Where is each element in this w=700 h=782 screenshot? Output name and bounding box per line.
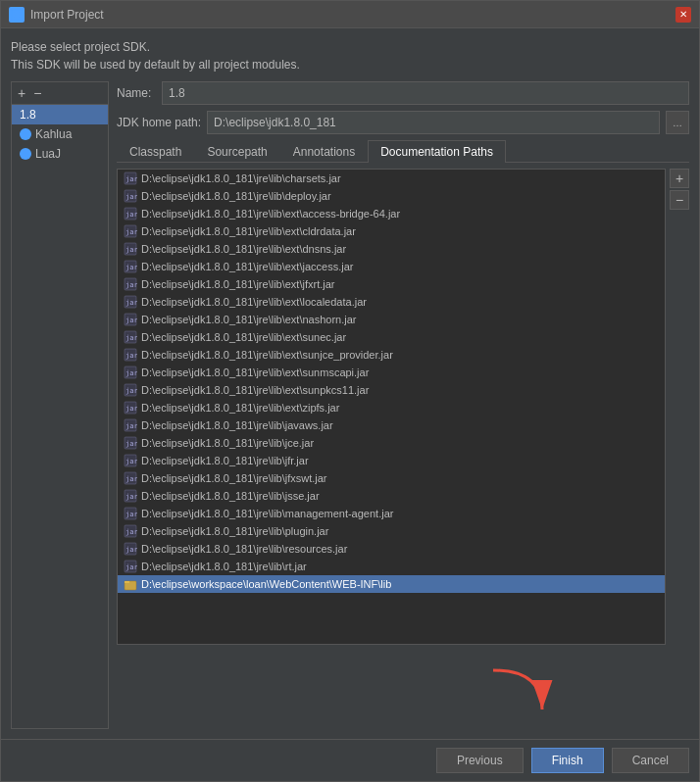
jar-icon: jar: [124, 401, 137, 415]
tree-item-label: 1.8: [20, 108, 36, 122]
list-item[interactable]: jar D:\eclipse\jdk1.8.0_181\jre\lib\ext\…: [118, 275, 665, 293]
list-item-label: D:\eclipse\jdk1.8.0_181\jre\lib\rt.jar: [141, 561, 307, 572]
description-line1: Please select project SDK.: [11, 38, 689, 56]
jar-icon: jar: [124, 542, 137, 556]
jar-icon: jar: [124, 507, 137, 520]
list-item[interactable]: jar D:\eclipse\jdk1.8.0_181\jre\lib\ext\…: [118, 311, 665, 328]
list-item[interactable]: jar D:\eclipse\jdk1.8.0_181\jre\lib\ext\…: [118, 364, 665, 381]
tab-annotations[interactable]: Annotations: [280, 140, 368, 163]
browse-button[interactable]: …: [666, 111, 689, 134]
left-panel: + − 1.8KahluaLuaJ: [11, 81, 109, 729]
list-item-label: D:\eclipse\jdk1.8.0_181\jre\lib\ext\acce…: [141, 208, 400, 220]
list-item-label: D:\eclipse\jdk1.8.0_181\jre\lib\manageme…: [141, 508, 393, 519]
list-item[interactable]: jar D:\eclipse\jdk1.8.0_181\jre\lib\ext\…: [118, 381, 665, 399]
list-item-label: D:\eclipse\workspace\loan\WebContent\WEB…: [141, 578, 391, 590]
list-item[interactable]: jar D:\eclipse\jdk1.8.0_181\jre\lib\depl…: [118, 187, 665, 205]
list-panel: jar D:\eclipse\jdk1.8.0_181\jre\lib\char…: [117, 169, 689, 645]
remove-sdk-button[interactable]: −: [31, 86, 43, 100]
svg-text:jar: jar: [125, 546, 137, 554]
tab-documentation-paths[interactable]: Documentation Paths: [368, 140, 506, 163]
svg-text:jar: jar: [125, 264, 137, 271]
svg-text:jar: jar: [125, 317, 137, 324]
jar-icon: jar: [124, 489, 137, 503]
svg-text:jar: jar: [125, 228, 137, 236]
list-item[interactable]: D:\eclipse\workspace\loan\WebContent\WEB…: [118, 575, 665, 593]
svg-text:jar: jar: [125, 334, 137, 342]
close-button[interactable]: ✕: [675, 7, 691, 23]
list-item-label: D:\eclipse\jdk1.8.0_181\jre\lib\jfr.jar: [141, 455, 309, 466]
svg-rect-1: [14, 12, 20, 18]
list-item[interactable]: jar D:\eclipse\jdk1.8.0_181\jre\lib\jsse…: [118, 487, 665, 505]
main-content: Please select project SDK. This SDK will…: [1, 28, 699, 739]
description-line2: This SDK will be used by default by all …: [11, 56, 689, 73]
list-item[interactable]: jar D:\eclipse\jdk1.8.0_181\jre\lib\ext\…: [118, 399, 665, 416]
main-window: Import Project ✕ Please select project S…: [0, 0, 700, 782]
svg-text:jar: jar: [125, 369, 137, 377]
list-item-label: D:\eclipse\jdk1.8.0_181\jre\lib\ext\loca…: [141, 296, 367, 308]
list-item-label: D:\eclipse\jdk1.8.0_181\jre\lib\deploy.j…: [141, 190, 331, 202]
list-item[interactable]: jar D:\eclipse\jdk1.8.0_181\jre\lib\ext\…: [118, 240, 665, 258]
window-icon: [9, 7, 25, 23]
svg-text:jar: jar: [125, 511, 137, 518]
name-input[interactable]: [162, 81, 689, 105]
jar-icon: jar: [124, 560, 137, 573]
svg-text:jar: jar: [125, 352, 137, 360]
jar-icon: jar: [124, 330, 137, 344]
svg-text:jar: jar: [125, 281, 137, 289]
list-item[interactable]: jar D:\eclipse\jdk1.8.0_181\jre\lib\jfxs…: [118, 469, 665, 487]
window-title: Import Project: [30, 8, 104, 22]
svg-rect-49: [125, 581, 129, 583]
add-path-button[interactable]: +: [670, 169, 689, 188]
jar-icon: jar: [124, 171, 137, 185]
svg-text:jar: jar: [125, 211, 137, 219]
list-item-label: D:\eclipse\jdk1.8.0_181\jre\lib\ext\nash…: [141, 314, 357, 325]
list-item-label: D:\eclipse\jdk1.8.0_181\jre\lib\ext\dnsn…: [141, 243, 346, 255]
svg-text:jar: jar: [125, 193, 137, 201]
right-panel: Name: JDK home path: … ClasspathSourcepa…: [117, 81, 689, 729]
jar-icon: jar: [124, 383, 137, 397]
svg-text:jar: jar: [125, 387, 137, 395]
list-item-label: D:\eclipse\jdk1.8.0_181\jre\lib\ext\sunp…: [141, 384, 369, 396]
list-item[interactable]: jar D:\eclipse\jdk1.8.0_181\jre\lib\rt.j…: [118, 558, 665, 575]
list-item[interactable]: jar D:\eclipse\jdk1.8.0_181\jre\lib\ext\…: [118, 328, 665, 346]
description-block: Please select project SDK. This SDK will…: [11, 38, 689, 73]
list-item-label: D:\eclipse\jdk1.8.0_181\jre\lib\ext\jacc…: [141, 261, 353, 272]
list-item[interactable]: jar D:\eclipse\jdk1.8.0_181\jre\lib\jce.…: [118, 434, 665, 452]
list-item-label: D:\eclipse\jdk1.8.0_181\jre\lib\ext\zipf…: [141, 402, 339, 414]
list-item[interactable]: jar D:\eclipse\jdk1.8.0_181\jre\lib\java…: [118, 416, 665, 434]
list-item[interactable]: jar D:\eclipse\jdk1.8.0_181\jre\lib\char…: [118, 170, 665, 187]
list-item-label: D:\eclipse\jdk1.8.0_181\jre\lib\ext\sunj…: [141, 349, 393, 361]
tree-item-luaj[interactable]: LuaJ: [12, 144, 108, 164]
tab-classpath[interactable]: Classpath: [117, 140, 194, 163]
list-item[interactable]: jar D:\eclipse\jdk1.8.0_181\jre\lib\jfr.…: [118, 452, 665, 469]
tree-item-1.8[interactable]: 1.8: [12, 105, 108, 124]
add-sdk-button[interactable]: +: [16, 86, 27, 100]
svg-text:jar: jar: [125, 422, 137, 430]
svg-text:jar: jar: [125, 475, 137, 483]
classpath-list[interactable]: jar D:\eclipse\jdk1.8.0_181\jre\lib\char…: [117, 169, 666, 645]
list-item[interactable]: jar D:\eclipse\jdk1.8.0_181\jre\lib\mana…: [118, 505, 665, 522]
list-item[interactable]: jar D:\eclipse\jdk1.8.0_181\jre\lib\ext\…: [118, 293, 665, 311]
list-item[interactable]: jar D:\eclipse\jdk1.8.0_181\jre\lib\ext\…: [118, 222, 665, 240]
finish-button[interactable]: Finish: [531, 748, 604, 773]
list-item[interactable]: jar D:\eclipse\jdk1.8.0_181\jre\lib\reso…: [118, 540, 665, 558]
cancel-button[interactable]: Cancel: [612, 748, 689, 773]
list-item[interactable]: jar D:\eclipse\jdk1.8.0_181\jre\lib\ext\…: [118, 205, 665, 222]
jar-icon: jar: [124, 471, 137, 485]
list-item[interactable]: jar D:\eclipse\jdk1.8.0_181\jre\lib\ext\…: [118, 258, 665, 275]
list-item[interactable]: jar D:\eclipse\jdk1.8.0_181\jre\lib\ext\…: [118, 346, 665, 364]
remove-path-button[interactable]: −: [670, 190, 689, 210]
list-item[interactable]: jar D:\eclipse\jdk1.8.0_181\jre\lib\plug…: [118, 522, 665, 540]
arrow-area: [117, 651, 689, 729]
sdk-tree: 1.8KahluaLuaJ: [12, 105, 108, 164]
list-item-label: D:\eclipse\jdk1.8.0_181\jre\lib\ext\sunm…: [141, 367, 369, 378]
jdk-label: JDK home path:: [117, 116, 201, 129]
tab-sourcepath[interactable]: Sourcepath: [194, 140, 279, 163]
jdk-path-input[interactable]: [207, 111, 660, 134]
previous-button[interactable]: Previous: [436, 748, 524, 773]
tree-item-kahlua[interactable]: Kahlua: [12, 124, 108, 144]
svg-text:jar: jar: [125, 528, 137, 536]
jar-icon: jar: [124, 260, 137, 273]
list-item-label: D:\eclipse\jdk1.8.0_181\jre\lib\jsse.jar: [141, 490, 320, 502]
list-item-label: D:\eclipse\jdk1.8.0_181\jre\lib\jfxswt.j…: [141, 472, 327, 484]
